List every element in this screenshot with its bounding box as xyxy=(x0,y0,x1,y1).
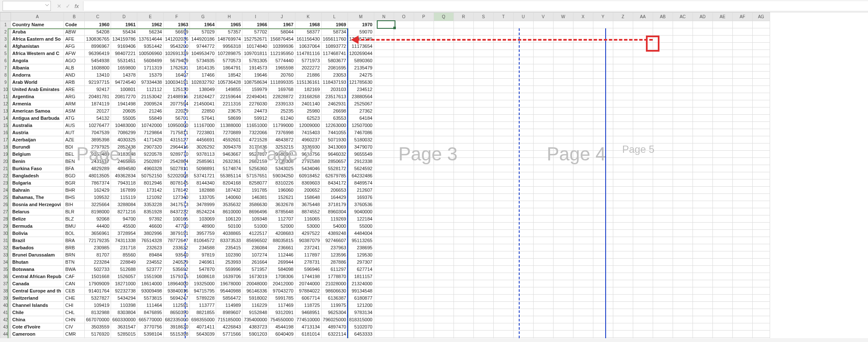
cell[interactable]: 5528172 xyxy=(321,165,348,172)
cell[interactable] xyxy=(653,331,673,338)
cell[interactable]: 134159786 xyxy=(111,36,137,43)
cell[interactable]: 9351442 xyxy=(137,43,164,50)
cell[interactable]: 1673019 xyxy=(242,273,269,280)
cell[interactable] xyxy=(414,79,434,86)
cell[interactable] xyxy=(414,151,434,158)
cell[interactable] xyxy=(394,179,414,187)
cell[interactable] xyxy=(633,158,653,165)
cell[interactable] xyxy=(493,79,513,86)
cell[interactable] xyxy=(414,43,434,50)
cell[interactable]: 117897 xyxy=(295,251,321,259)
cell[interactable] xyxy=(633,223,653,230)
cell[interactable] xyxy=(752,86,770,93)
cell[interactable] xyxy=(593,43,613,50)
cell[interactable]: 3026292 xyxy=(190,143,216,151)
cell[interactable] xyxy=(732,244,752,251)
cell[interactable]: 8351928 xyxy=(137,208,164,215)
cell[interactable]: 10893772 xyxy=(321,43,348,50)
cell[interactable] xyxy=(453,215,473,223)
cell[interactable] xyxy=(752,108,770,115)
cell[interactable]: 1961 xyxy=(111,21,137,28)
cell[interactable] xyxy=(493,309,513,316)
cell[interactable]: 230985 xyxy=(85,244,111,251)
cell[interactable]: 122184 xyxy=(348,215,374,223)
cell[interactable] xyxy=(533,223,553,230)
cell[interactable] xyxy=(732,57,752,64)
cell[interactable] xyxy=(553,295,573,302)
cell[interactable] xyxy=(414,179,434,187)
cell[interactable] xyxy=(533,273,553,280)
cell[interactable] xyxy=(533,266,553,273)
cell[interactable] xyxy=(434,93,453,100)
cell[interactable] xyxy=(712,323,732,331)
cell[interactable]: 23880564 xyxy=(348,93,374,100)
cell[interactable]: 818315000 xyxy=(348,316,374,323)
cell[interactable] xyxy=(573,143,593,151)
cell[interactable]: 24275 xyxy=(348,72,374,79)
cell[interactable] xyxy=(673,187,693,194)
cell[interactable] xyxy=(712,122,732,129)
cell[interactable]: AND xyxy=(64,72,85,79)
cell[interactable]: 2525067 xyxy=(348,100,374,108)
cell[interactable] xyxy=(473,64,493,72)
cell[interactable] xyxy=(473,302,493,309)
column-header-N[interactable]: N xyxy=(374,13,394,21)
cell[interactable] xyxy=(374,93,394,100)
cell[interactable]: AUT xyxy=(64,129,85,136)
row-header-1[interactable]: 1 xyxy=(0,21,11,28)
cell[interactable] xyxy=(653,122,673,129)
row-header-34[interactable]: 34 xyxy=(0,259,11,266)
cell[interactable]: 141202036 xyxy=(164,36,190,43)
cell[interactable]: 9312091 xyxy=(269,309,295,316)
cell[interactable] xyxy=(533,331,553,338)
cell[interactable]: 4315127 xyxy=(164,136,190,143)
cell[interactable] xyxy=(673,316,693,323)
cell[interactable]: AFW xyxy=(64,50,85,57)
cell[interactable] xyxy=(613,287,633,295)
cell[interactable]: 23675 xyxy=(216,108,242,115)
row-header-7[interactable]: 7 xyxy=(0,64,11,72)
cell[interactable] xyxy=(573,273,593,280)
cell[interactable]: 682335000 xyxy=(164,316,190,323)
cell[interactable] xyxy=(553,158,573,165)
cell[interactable] xyxy=(414,201,434,208)
column-header-AD[interactable]: AD xyxy=(693,13,712,21)
cell[interactable] xyxy=(693,64,712,72)
cell[interactable] xyxy=(394,266,414,273)
cell[interactable] xyxy=(414,237,434,244)
cell[interactable] xyxy=(434,86,453,93)
cell[interactable] xyxy=(613,151,633,158)
cell[interactable] xyxy=(374,244,394,251)
cell[interactable] xyxy=(633,122,653,129)
cell[interactable]: 2462931 xyxy=(321,100,348,108)
cell[interactable] xyxy=(394,280,414,287)
cell[interactable] xyxy=(573,50,593,57)
cell[interactable] xyxy=(493,158,513,165)
cell[interactable]: 72179235 xyxy=(85,237,111,244)
cell[interactable] xyxy=(533,43,553,50)
cell[interactable] xyxy=(414,136,434,143)
cell[interactable]: 3802996 xyxy=(137,230,164,237)
cell[interactable] xyxy=(394,172,414,179)
cell[interactable] xyxy=(553,273,573,280)
cell[interactable] xyxy=(493,201,513,208)
cell[interactable]: 4122517 xyxy=(242,230,269,237)
cell[interactable] xyxy=(573,64,593,72)
cell[interactable] xyxy=(533,151,553,158)
cell[interactable] xyxy=(573,136,593,143)
cell[interactable] xyxy=(513,50,533,57)
cell[interactable] xyxy=(673,136,693,143)
cell[interactable] xyxy=(573,215,593,223)
cell[interactable]: Burundi xyxy=(11,143,64,151)
cell[interactable] xyxy=(493,331,513,338)
cell[interactable]: 3535632 xyxy=(216,201,242,208)
cell[interactable]: 64232486 xyxy=(348,172,374,179)
cell[interactable]: 100801 xyxy=(111,86,137,93)
cell[interactable]: 3336930 xyxy=(295,143,321,151)
cell[interactable] xyxy=(712,316,732,323)
cell[interactable] xyxy=(593,151,613,158)
cell[interactable] xyxy=(573,122,593,129)
cell[interactable]: 3094378 xyxy=(216,143,242,151)
cell[interactable]: 8996967 xyxy=(85,43,111,50)
cell[interactable] xyxy=(633,187,653,194)
